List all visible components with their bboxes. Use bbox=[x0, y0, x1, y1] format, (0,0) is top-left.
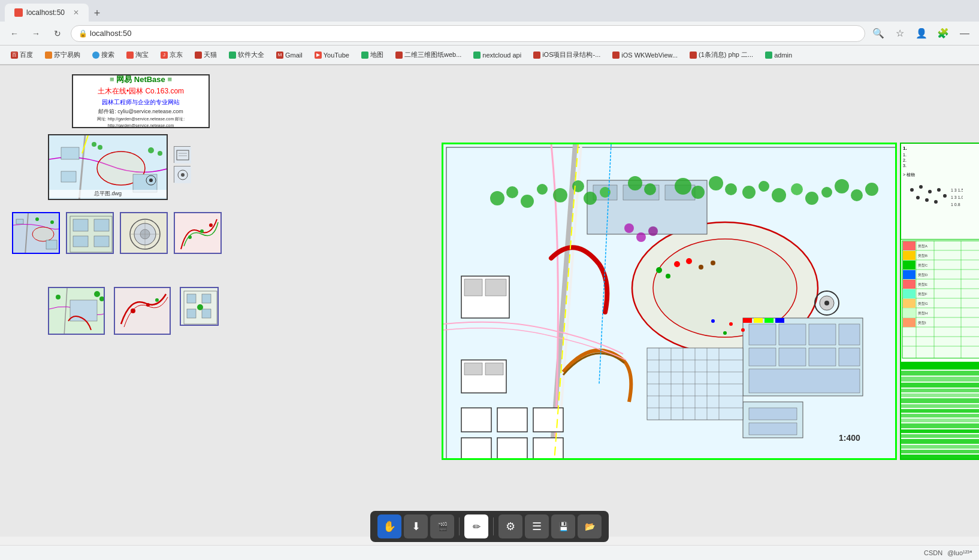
svg-rect-123 bbox=[765, 318, 773, 323]
bookmark-nextcloud[interactable]: nextcloud api bbox=[469, 50, 526, 60]
bookmark-label: 天猫 bbox=[204, 50, 217, 59]
bookmark-admin[interactable]: admin bbox=[760, 50, 797, 60]
thumbnail-5[interactable] bbox=[48, 287, 105, 335]
nextcloud-favicon bbox=[473, 52, 481, 59]
svg-rect-88 bbox=[779, 348, 806, 366]
back-button[interactable]: ← bbox=[6, 25, 23, 42]
ios2-favicon bbox=[612, 52, 620, 59]
legend-table-svg: 类型A 类型B 类型C 类型D 类型E 类型F 类型G 类型H 类型I bbox=[901, 240, 979, 359]
bookmark-cad[interactable]: 二维三维图纸web... bbox=[391, 49, 466, 60]
svg-point-12 bbox=[149, 178, 153, 182]
svg-rect-207 bbox=[901, 409, 979, 413]
bookmark-button[interactable]: ☆ bbox=[892, 25, 908, 42]
main-thumbnail[interactable]: 总平图.dwg bbox=[48, 134, 168, 200]
bookmark-taobao[interactable]: 淘宝 bbox=[122, 49, 153, 60]
thumb6-svg bbox=[115, 288, 171, 335]
toolbar-separator-1 bbox=[459, 517, 460, 535]
save-tool-button[interactable]: 💾 bbox=[551, 514, 575, 538]
bookmark-maps[interactable]: 地图 bbox=[356, 49, 388, 60]
bookmark-label: 二维三维图纸web... bbox=[404, 50, 461, 59]
svg-point-100 bbox=[572, 180, 584, 192]
svg-text:类型B: 类型B bbox=[918, 254, 927, 258]
svg-rect-183 bbox=[903, 270, 915, 279]
bookmark-software[interactable]: 软件大全 bbox=[224, 49, 269, 60]
bookmark-search[interactable]: 搜索 bbox=[87, 49, 119, 60]
svg-rect-214 bbox=[901, 445, 979, 449]
minimize-button[interactable]: — bbox=[956, 25, 973, 42]
bookmark-suning[interactable]: 苏宁易购 bbox=[40, 49, 85, 60]
taobao-favicon bbox=[126, 52, 134, 59]
download-tool-button[interactable]: ⬇ bbox=[404, 514, 428, 538]
thumbnail-3[interactable] bbox=[120, 212, 168, 254]
bookmark-baidu[interactable]: 百 百度 bbox=[6, 49, 38, 60]
bookmark-tianmao[interactable]: 天猫 bbox=[190, 49, 222, 60]
bookmark-label: (1条消息) php 二... bbox=[699, 50, 753, 59]
lock-icon: 🔒 bbox=[78, 29, 87, 38]
svg-rect-204 bbox=[901, 393, 979, 397]
bookmark-ios2[interactable]: iOS WKWebView... bbox=[608, 50, 682, 60]
svg-rect-209 bbox=[901, 419, 979, 422]
side-icon-svg-2 bbox=[174, 167, 191, 183]
bookmark-youtube[interactable]: ▶ YouTube bbox=[310, 50, 354, 60]
layers-tool-button[interactable]: ☰ bbox=[525, 514, 549, 538]
svg-point-114 bbox=[821, 187, 832, 198]
active-tab[interactable]: localhost:50 ✕ bbox=[5, 4, 89, 22]
tab-close-button[interactable]: ✕ bbox=[73, 8, 79, 17]
zoom-button[interactable]: 🔍 bbox=[870, 25, 887, 42]
svg-point-111 bbox=[772, 188, 786, 202]
svg-text:类型C: 类型C bbox=[918, 264, 928, 267]
dots-cluster-svg: 1 3 1.5 15 1 3 1.0 1.3 1 0.8 bbox=[903, 181, 963, 217]
forward-button[interactable]: → bbox=[28, 25, 44, 42]
svg-point-143 bbox=[741, 328, 745, 332]
profile-button[interactable]: 👤 bbox=[913, 25, 930, 42]
settings-tool-button[interactable]: ⚙ bbox=[498, 514, 522, 538]
thumbnail-4[interactable] bbox=[174, 212, 222, 254]
svg-rect-122 bbox=[754, 318, 763, 323]
side-icon-1[interactable] bbox=[174, 146, 191, 163]
svg-point-98 bbox=[537, 184, 548, 195]
cad-drawing-container[interactable]: 1:400 bbox=[442, 143, 897, 460]
svg-point-142 bbox=[729, 322, 733, 326]
svg-point-97 bbox=[521, 195, 534, 208]
thumb4-svg bbox=[175, 213, 222, 254]
reload-button[interactable]: ↻ bbox=[49, 25, 66, 42]
legend-item: 3. bbox=[903, 164, 979, 168]
bottom-toolbar: ✋ ⬇ 🎬 ✏ ⚙ ☰ 💾 📂 bbox=[370, 511, 609, 542]
bookmark-php[interactable]: (1条消息) php 二... bbox=[685, 49, 758, 60]
legend-bars-section bbox=[901, 362, 979, 460]
hand-tool-button[interactable]: ✋ bbox=[377, 514, 401, 538]
title-line1: ≡ 网易 NetBase ≡ bbox=[110, 74, 172, 86]
admin-favicon bbox=[765, 52, 772, 59]
thumb7-svg bbox=[181, 288, 219, 326]
svg-rect-91 bbox=[749, 369, 860, 393]
bookmark-ios1[interactable]: iOS项目目录结构-... bbox=[528, 49, 605, 60]
svg-rect-32 bbox=[94, 236, 109, 247]
side-icon-2[interactable] bbox=[174, 166, 191, 183]
url-text: localhost:50 bbox=[90, 29, 131, 38]
thumbnail-1[interactable] bbox=[12, 212, 60, 254]
video-tool-button[interactable]: 🎬 bbox=[430, 514, 454, 538]
svg-rect-79 bbox=[461, 438, 491, 459]
new-tab-button[interactable]: + bbox=[89, 5, 105, 22]
svg-point-147 bbox=[674, 261, 680, 267]
pen-tool-button[interactable]: ✏ bbox=[464, 514, 488, 538]
thumbnail-7[interactable] bbox=[180, 287, 219, 326]
svg-point-41 bbox=[200, 229, 204, 233]
bookmark-gmail[interactable]: M Gmail bbox=[271, 50, 307, 60]
svg-point-117 bbox=[865, 183, 878, 196]
thumbnail-2[interactable] bbox=[66, 212, 114, 254]
bookmark-jd[interactable]: J 京东 bbox=[156, 49, 188, 60]
bookmark-label: 淘宝 bbox=[135, 50, 149, 59]
baidu-favicon: 百 bbox=[11, 52, 18, 59]
svg-point-107 bbox=[709, 176, 723, 190]
svg-point-7 bbox=[98, 145, 102, 150]
svg-rect-76 bbox=[461, 408, 491, 432]
svg-point-9 bbox=[158, 151, 162, 156]
thumbnail-6[interactable] bbox=[114, 287, 171, 335]
address-box[interactable]: 🔒 localhost:50 bbox=[71, 25, 865, 42]
open-tool-button[interactable]: 📂 bbox=[578, 514, 602, 538]
svg-point-154 bbox=[919, 185, 923, 189]
svg-point-24 bbox=[50, 220, 54, 224]
svg-point-101 bbox=[584, 192, 597, 205]
extensions-button[interactable]: 🧩 bbox=[935, 25, 951, 42]
